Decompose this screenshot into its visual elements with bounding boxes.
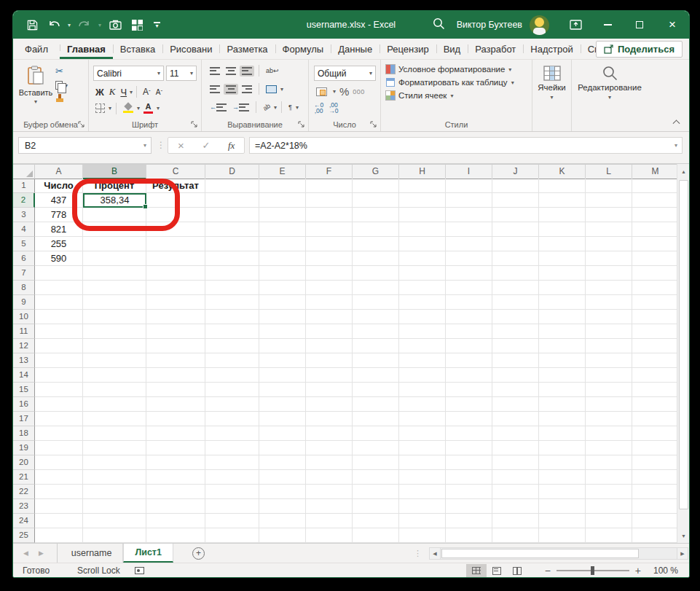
cell-A7[interactable] [35, 266, 83, 281]
cell-K9[interactable] [539, 295, 586, 310]
cell-G13[interactable] [353, 353, 399, 368]
select-all-corner[interactable] [13, 165, 35, 179]
cell-I19[interactable] [446, 441, 492, 455]
row-header-13[interactable]: 13 [13, 353, 35, 368]
row-header-6[interactable]: 6 [13, 251, 35, 266]
cell-F20[interactable] [306, 455, 353, 470]
wrap-text-button[interactable]: ab↩ [264, 66, 281, 76]
cell-C21[interactable] [146, 470, 205, 485]
cell-I13[interactable] [446, 353, 492, 368]
horizontal-scrollbar[interactable] [441, 547, 677, 560]
cell-B16[interactable] [83, 397, 146, 412]
cell-C5[interactable] [146, 237, 205, 251]
cell-J15[interactable] [492, 383, 539, 397]
cell-L23[interactable] [586, 499, 632, 514]
cell-G6[interactable] [353, 251, 399, 266]
cell-H10[interactable] [399, 310, 446, 324]
cell-B2[interactable]: 358,34 [83, 193, 146, 208]
zoom-out-button[interactable]: − [539, 565, 557, 576]
undo-chevron-down-icon[interactable]: ▾ [66, 22, 72, 28]
cell-C12[interactable] [146, 339, 205, 353]
cell-M19[interactable] [632, 441, 677, 455]
scroll-up-icon[interactable]: ▲ [677, 164, 690, 179]
cell-E6[interactable] [259, 251, 306, 266]
cell-G3[interactable] [353, 208, 399, 222]
ribbon-tab-разработ[interactable]: Разработ [468, 39, 523, 59]
cell-L14[interactable] [586, 368, 632, 383]
cell-C16[interactable] [146, 397, 205, 412]
percent-style-button[interactable]: % [339, 85, 349, 98]
cell-G5[interactable] [353, 237, 399, 251]
cell-C25[interactable] [146, 528, 205, 543]
cell-I7[interactable] [446, 266, 492, 281]
cell-G2[interactable] [353, 193, 399, 208]
column-header-J[interactable]: J [492, 165, 539, 179]
cell-D21[interactable] [205, 470, 259, 485]
cell-I8[interactable] [446, 281, 492, 295]
row-header-11[interactable]: 11 [13, 324, 35, 339]
column-header-D[interactable]: D [205, 165, 259, 179]
cell-A4[interactable]: 821 [35, 222, 83, 237]
record-macro-icon[interactable] [135, 567, 144, 574]
cell-E11[interactable] [259, 324, 306, 339]
column-header-K[interactable]: K [539, 165, 586, 179]
cell-L24[interactable] [586, 514, 632, 528]
cell-D20[interactable] [205, 455, 259, 470]
scroll-down-icon[interactable]: ▼ [677, 528, 690, 543]
cell-I21[interactable] [446, 470, 492, 485]
cell-E23[interactable] [259, 499, 306, 514]
cell-F16[interactable] [306, 397, 353, 412]
cell-G8[interactable] [353, 281, 399, 295]
cell-E21[interactable] [259, 470, 306, 485]
cell-B5[interactable] [83, 237, 146, 251]
cell-C3[interactable] [146, 208, 205, 222]
cell-J23[interactable] [492, 499, 539, 514]
cell-B9[interactable] [83, 295, 146, 310]
cell-I22[interactable] [446, 485, 492, 499]
cell-H2[interactable] [399, 193, 446, 208]
cell-M21[interactable] [632, 470, 677, 485]
cell-C11[interactable] [146, 324, 205, 339]
decrease-decimal-button[interactable]: ,00 →0 [329, 102, 338, 114]
cell-A22[interactable] [35, 485, 83, 499]
row-header-23[interactable]: 23 [13, 499, 35, 514]
row-header-25[interactable]: 25 [13, 528, 35, 543]
minimize-button[interactable] [591, 11, 624, 39]
cell-F13[interactable] [306, 353, 353, 368]
row-header-4[interactable]: 4 [13, 222, 35, 237]
cell-A23[interactable] [35, 499, 83, 514]
cell-D24[interactable] [205, 514, 259, 528]
cell-E3[interactable] [259, 208, 306, 222]
cell-E19[interactable] [259, 441, 306, 455]
search-icon[interactable] [421, 17, 457, 33]
expand-formula-bar-icon[interactable]: ▾ [675, 142, 682, 149]
cell-F9[interactable] [306, 295, 353, 310]
bold-button[interactable]: Ж [93, 85, 106, 99]
cell-K17[interactable] [539, 412, 586, 426]
cells-button[interactable]: Ячейки ▾ [532, 66, 571, 101]
cell-D5[interactable] [205, 237, 259, 251]
collapse-ribbon-icon[interactable] [674, 119, 680, 125]
cell-K15[interactable] [539, 383, 586, 397]
cell-D16[interactable] [205, 397, 259, 412]
cell-I6[interactable] [446, 251, 492, 266]
cell-D12[interactable] [205, 339, 259, 353]
cell-H14[interactable] [399, 368, 446, 383]
cancel-entry-icon[interactable]: × [168, 139, 194, 152]
cell-G1[interactable] [353, 179, 399, 193]
cell-I1[interactable] [446, 179, 492, 193]
cell-F14[interactable] [306, 368, 353, 383]
cell-M17[interactable] [632, 412, 677, 426]
scroll-right-icon[interactable]: ▶ [677, 547, 688, 560]
cell-G11[interactable] [353, 324, 399, 339]
cell-G20[interactable] [353, 455, 399, 470]
styles-item[interactable]: Стили ячеек▾ [386, 91, 514, 100]
formula-input[interactable]: =A2-A2*18% ▾ [249, 137, 683, 154]
cell-D4[interactable] [205, 222, 259, 237]
paste-button[interactable]: Вставить ▾ [19, 66, 52, 115]
cell-B6[interactable] [83, 251, 146, 266]
editing-button[interactable]: Редактирование ▾ [572, 66, 648, 101]
cell-J9[interactable] [492, 295, 539, 310]
cell-J11[interactable] [492, 324, 539, 339]
cell-I23[interactable] [446, 499, 492, 514]
